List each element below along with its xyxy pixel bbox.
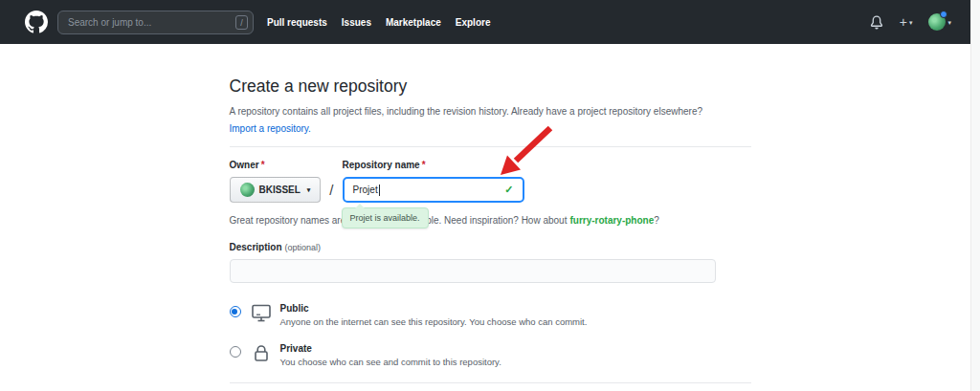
lock-icon: [251, 343, 272, 363]
optional-hint: (optional): [285, 243, 322, 252]
owner-label: Owner*: [230, 160, 322, 170]
create-new-menu[interactable]: + ▾: [900, 15, 913, 29]
page-title: Create a new repository: [230, 76, 751, 97]
public-option-text: Public Anyone on the internet can see th…: [280, 303, 588, 327]
slash-shortcut-badge: /: [235, 15, 248, 30]
browser-scrollbar[interactable]: [970, 0, 980, 391]
import-repository-link[interactable]: Import a repository.: [230, 123, 311, 134]
section-divider: [230, 382, 751, 383]
owner-name: BKISSEL: [259, 185, 301, 195]
header-divider: [230, 146, 751, 147]
navbar-search: /: [57, 11, 254, 34]
nav-link-pull-requests[interactable]: Pull requests: [267, 17, 327, 28]
repository-name-input[interactable]: Projet ✓: [343, 177, 524, 203]
private-radio[interactable]: [230, 346, 241, 358]
required-asterisk: *: [422, 160, 426, 170]
private-option-text: Private You choose who can see and commi…: [280, 343, 501, 367]
required-asterisk: *: [261, 160, 265, 170]
public-label: Public: [280, 303, 588, 314]
description-label: Description(optional): [230, 242, 751, 252]
public-description: Anyone on the internet can see this repo…: [280, 316, 588, 327]
repository-name-value: Projet: [353, 185, 378, 195]
chevron-down-icon: ▾: [307, 186, 311, 194]
plus-icon: +: [900, 15, 907, 29]
user-menu[interactable]: ▾: [928, 13, 951, 31]
availability-check-icon: ✓: [504, 184, 513, 196]
hint-suffix: ?: [654, 215, 659, 226]
github-new-repository-page: { "navbar": { "search": { "placeholder":…: [0, 0, 980, 391]
nav-link-explore[interactable]: Explore: [456, 17, 491, 28]
navbar-right-cluster: + ▾ ▾: [870, 13, 951, 31]
search-input[interactable]: [57, 11, 254, 34]
chevron-down-icon: ▾: [909, 19, 913, 26]
repo-name-field-group: Repository name* Projet ✓: [343, 160, 524, 203]
repo-name-hint: Great repository names are short and mem…: [230, 215, 751, 226]
repository-name-label: Repository name*: [343, 160, 524, 170]
navbar-links: Pull requests Issues Marketplace Explore: [267, 17, 490, 28]
public-radio[interactable]: [230, 306, 241, 317]
github-navbar: / Pull requests Issues Marketplace Explo…: [0, 0, 980, 44]
owner-field-group: Owner* BKISSEL ▾: [230, 160, 322, 203]
owner-select-button[interactable]: BKISSEL ▾: [230, 177, 322, 203]
visibility-option-public: Public Anyone on the internet can see th…: [230, 303, 751, 327]
chevron-down-icon: ▾: [947, 19, 951, 26]
visibility-option-private: Private You choose who can see and commi…: [230, 343, 751, 367]
private-description: You choose who can see and commit to thi…: [280, 357, 501, 367]
new-repository-form: Create a new repository A repository con…: [230, 44, 751, 383]
description-input[interactable]: [230, 259, 716, 283]
nav-link-marketplace[interactable]: Marketplace: [386, 17, 441, 28]
notifications-bell-icon[interactable]: [870, 15, 883, 30]
owner-avatar: [240, 183, 255, 197]
intro-text: A repository contains all project files,…: [230, 105, 751, 119]
notification-dot: [940, 11, 947, 18]
text-cursor: [379, 185, 380, 196]
private-label: Private: [280, 343, 501, 354]
github-logo-icon[interactable]: [25, 11, 48, 33]
suggested-name-link[interactable]: furry-rotary-phone: [569, 215, 654, 226]
owner-repo-separator: /: [329, 182, 333, 203]
availability-tooltip: Projet is available.: [342, 207, 429, 228]
nav-link-issues[interactable]: Issues: [342, 17, 371, 28]
monitor-icon: [251, 303, 272, 323]
owner-repo-row: Owner* BKISSEL ▾ / Repository name* Proj…: [230, 160, 751, 203]
